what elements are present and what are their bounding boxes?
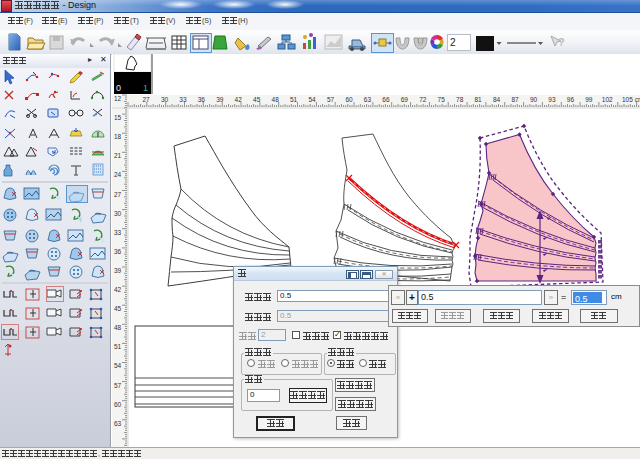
svg-text:63: 63 <box>114 420 122 427</box>
svg-text:30: 30 <box>114 210 122 217</box>
svg-text:39: 39 <box>114 267 122 274</box>
svg-text:2: 2 <box>450 37 456 48</box>
svg-text:12: 12 <box>114 95 122 102</box>
svg-text:?: ? <box>558 36 565 48</box>
svg-text:99: 99 <box>585 96 593 103</box>
svg-text:33: 33 <box>114 229 122 236</box>
svg-text:57: 57 <box>327 96 335 103</box>
svg-text:87: 87 <box>511 96 519 103</box>
svg-text:81: 81 <box>474 96 482 103</box>
svg-text:42: 42 <box>235 96 243 103</box>
svg-text:21: 21 <box>114 152 122 159</box>
svg-text:60: 60 <box>345 96 353 103</box>
svg-text:0: 0 <box>116 83 121 93</box>
svg-text:105 cm: 105 cm <box>622 96 640 103</box>
svg-text:30: 30 <box>161 96 169 103</box>
svg-text:93: 93 <box>548 96 556 103</box>
svg-text:42: 42 <box>114 286 122 293</box>
svg-text:18: 18 <box>114 133 122 140</box>
svg-text:45: 45 <box>253 96 261 103</box>
svg-text:15: 15 <box>114 114 122 121</box>
svg-text:27: 27 <box>114 191 122 198</box>
svg-text:45: 45 <box>114 305 122 312</box>
svg-text:72: 72 <box>419 96 427 103</box>
svg-text:102: 102 <box>602 96 613 103</box>
svg-text:63: 63 <box>364 96 372 103</box>
svg-text:69: 69 <box>401 96 409 103</box>
svg-text:51: 51 <box>290 96 298 103</box>
svg-text:54: 54 <box>114 362 122 369</box>
svg-text:51: 51 <box>114 343 122 350</box>
svg-text:96: 96 <box>567 96 575 103</box>
svg-text:48: 48 <box>114 324 122 331</box>
svg-text:24: 24 <box>114 171 122 178</box>
svg-text:78: 78 <box>456 96 464 103</box>
svg-text:48: 48 <box>272 96 280 103</box>
svg-text:36: 36 <box>114 248 122 255</box>
svg-text:54: 54 <box>308 96 316 103</box>
svg-text:90: 90 <box>530 96 538 103</box>
svg-text:1: 1 <box>143 83 148 93</box>
svg-text:33: 33 <box>179 96 187 103</box>
svg-text:84: 84 <box>493 96 501 103</box>
svg-text:57: 57 <box>114 382 122 389</box>
svg-text:66: 66 <box>382 96 390 103</box>
svg-text:60: 60 <box>114 401 122 408</box>
svg-text:27: 27 <box>142 96 150 103</box>
svg-text:36: 36 <box>198 96 206 103</box>
svg-text:75: 75 <box>438 96 446 103</box>
svg-text:39: 39 <box>216 96 224 103</box>
